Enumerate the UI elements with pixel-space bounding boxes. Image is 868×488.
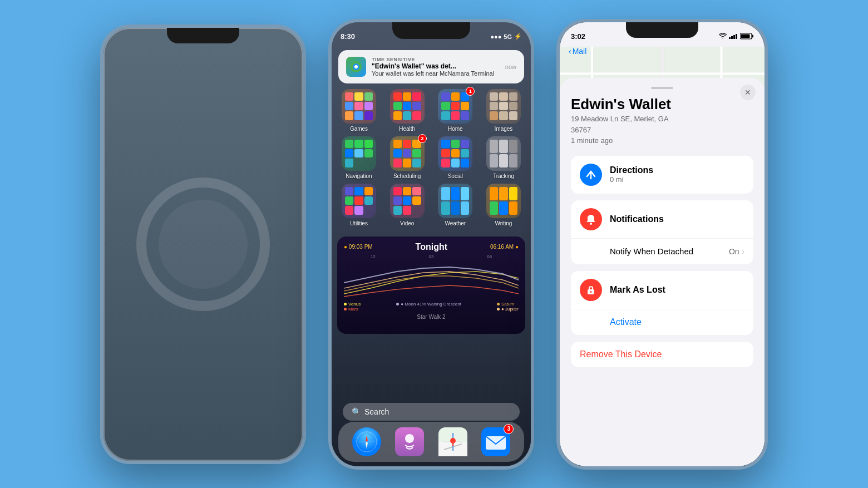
folder-utilities[interactable]: Utilities — [337, 184, 381, 226]
network-label: 5G — [504, 33, 512, 40]
status-time-right: 3:02 — [571, 32, 585, 41]
svg-rect-22 — [752, 34, 753, 37]
star-title: Tonight — [416, 242, 447, 252]
folder-social-icon — [438, 136, 472, 171]
folder-home[interactable]: 1 Home — [433, 89, 477, 132]
notch-middle — [392, 22, 470, 39]
folder-utils-label: Utilities — [350, 220, 368, 226]
star-widget[interactable]: ● 09:03 PM Tonight 06:16 AM ● 12 03 06 — [337, 236, 525, 334]
dock-mail[interactable]: 3 — [480, 426, 511, 457]
directions-item[interactable]: Directions 0 mi — [571, 156, 753, 194]
magsafe-circle — [136, 178, 270, 311]
notify-detached-label: Notify When Detached — [580, 247, 721, 256]
phone-left — [100, 24, 306, 464]
svg-rect-17 — [729, 37, 731, 39]
star-time-labels: 12 03 06 — [344, 254, 519, 259]
folder-video-label: Video — [400, 220, 414, 226]
folder-images[interactable]: Images — [482, 89, 525, 132]
item-time-ago: 1 minute ago — [571, 136, 753, 145]
folder-sched-label: Scheduling — [393, 173, 421, 179]
notif-type: TIME SENSITIVE — [372, 57, 500, 62]
mark-as-lost-section: Mark As Lost Activate — [571, 271, 753, 335]
directions-distance: 0 mi — [610, 175, 653, 184]
folder-weather[interactable]: Weather — [433, 184, 477, 226]
signal-icon: ●●● — [490, 33, 501, 40]
remove-device-section[interactable]: Remove This Device — [571, 342, 753, 367]
battery-icon-right — [740, 33, 753, 41]
svg-point-10 — [405, 434, 414, 443]
remove-device-label[interactable]: Remove This Device — [580, 347, 662, 361]
wifi-icon-right — [719, 33, 727, 40]
folder-games-icon — [342, 89, 376, 124]
notifications-icon — [580, 208, 602, 230]
folder-video[interactable]: Video — [386, 184, 429, 226]
dock-maps[interactable] — [437, 426, 468, 457]
folder-tracking[interactable]: Tracking — [482, 136, 525, 179]
folder-weather-label: Weather — [445, 220, 466, 226]
svg-rect-23 — [741, 34, 750, 38]
item-address-1: 19 Meadow Ln SE, Meriet, GA — [571, 114, 753, 124]
close-button[interactable]: ✕ — [740, 85, 756, 100]
folder-health-label: Health — [399, 126, 415, 132]
folder-games[interactable]: Games — [337, 89, 381, 132]
back-label: Mail — [573, 47, 587, 56]
folder-scheduling[interactable]: 3 Scheduling — [386, 136, 429, 179]
svg-rect-18 — [731, 36, 733, 39]
detail-card: ✕ Edwin's Wallet 19 Meadow Ln SE, Meriet… — [560, 78, 765, 466]
notif-app-icon — [346, 57, 366, 77]
folder-games-label: Games — [350, 126, 368, 132]
star-chart — [344, 260, 519, 299]
magsafe-inner — [159, 200, 248, 289]
folder-tracking-label: Tracking — [493, 173, 514, 179]
star-sunrise: 06:16 AM ● — [490, 244, 519, 250]
item-address-2: 36767 — [571, 125, 753, 135]
search-icon: 🔍 — [352, 407, 361, 416]
notify-detached-item[interactable]: Notify When Detached On › — [571, 239, 753, 264]
status-icons-right — [719, 33, 753, 41]
folder-images-icon — [486, 89, 521, 124]
folder-home-label: Home — [448, 126, 463, 132]
star-legend: Venus Mars ● Moon 41% Waning Crescent — [344, 302, 519, 312]
app-row-2: Navigation 3 Scheduli — [337, 136, 525, 179]
notifications-header-item: Notifications — [571, 200, 753, 239]
activate-item[interactable]: Activate — [571, 309, 753, 335]
star-sunset: ● 09:03 PM — [344, 244, 373, 250]
directions-section[interactable]: Directions 0 mi — [571, 156, 753, 194]
mark-as-lost-header-item: Mark As Lost — [571, 271, 753, 309]
notch-right — [626, 22, 698, 38]
folder-health-icon — [390, 89, 425, 124]
folder-writing-label: Writing — [495, 220, 512, 226]
notify-detached-value[interactable]: On › — [729, 247, 744, 257]
folder-utils-icon — [342, 184, 376, 218]
app-row-1: Games Health — [337, 89, 525, 132]
folder-navigation[interactable]: Navigation — [337, 136, 381, 179]
nav-back[interactable]: ‹ Mail — [569, 47, 586, 56]
card-handle — [651, 87, 673, 89]
signal-icon-right — [729, 33, 738, 40]
directions-text: Directions 0 mi — [610, 165, 653, 184]
dock-safari[interactable] — [351, 426, 382, 457]
folder-weather-icon — [438, 184, 472, 218]
folder-nav-icon — [342, 136, 376, 171]
notification-banner[interactable]: TIME SENSITIVE "Edwin's Wallet" was det.… — [338, 50, 524, 83]
folder-tracking-icon — [486, 136, 521, 171]
status-icons: ●●● 5G ⚡ — [490, 33, 522, 40]
directions-label: Directions — [610, 165, 653, 175]
search-bar[interactable]: 🔍 Search — [343, 403, 520, 421]
svg-point-37 — [590, 223, 592, 225]
status-time: 8:30 — [341, 32, 355, 41]
dock-podcasts[interactable] — [394, 426, 425, 457]
notifications-label: Notifications — [610, 214, 664, 224]
badge-mail: 3 — [504, 424, 514, 434]
folder-health[interactable]: Health — [386, 89, 429, 132]
badge-scheduling: 3 — [418, 134, 427, 143]
app-grid: Games Health — [337, 89, 525, 231]
folder-social[interactable]: Social — [433, 136, 477, 179]
folder-social-label: Social — [448, 173, 463, 179]
folder-nav-label: Navigation — [346, 173, 372, 179]
star-widget-header: ● 09:03 PM Tonight 06:16 AM ● — [344, 242, 519, 252]
folder-writing[interactable]: Writing — [482, 184, 525, 226]
home-screen: 8:30 ●●● 5G ⚡ TIME SENSITIVE "Edwin's Wa… — [332, 22, 531, 466]
phone-right: 3:02 ‹ Mail — [556, 19, 768, 470]
svg-point-2 — [354, 65, 358, 68]
